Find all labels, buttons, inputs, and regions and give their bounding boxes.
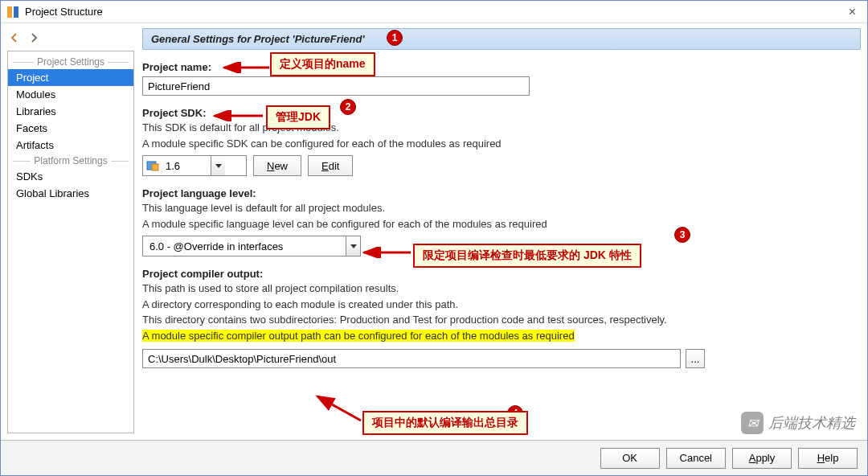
lang-level-value: 6.0 - @Override in interfaces [146, 240, 346, 252]
section-compiler-output: Project compiler output: This path is us… [142, 268, 861, 368]
sidebar-item-libraries[interactable]: Libraries [8, 103, 133, 120]
svg-rect-1 [14, 6, 18, 18]
out-desc1: This path is used to store all project c… [142, 281, 861, 296]
sidebar-item-sdks[interactable]: SDKs [8, 168, 133, 185]
sdk-desc1: This SDK is default for all project modu… [142, 121, 861, 135]
titlebar: Project Structure × [1, 1, 867, 23]
svg-rect-0 [7, 6, 12, 18]
sidebar-item-global-libraries[interactable]: Global Libraries [8, 185, 133, 202]
app-icon [6, 5, 20, 19]
apply-button[interactable]: Apply [732, 448, 792, 469]
window-title: Project Structure [25, 6, 842, 18]
panel-header: General Settings for Project 'PictureFri… [142, 28, 861, 50]
annotation-3: 限定项目编译检查时最低要求的 JDK 特性 [413, 244, 641, 268]
sidebar-item-project[interactable]: Project [8, 69, 133, 86]
lang-desc2: A module specific language level can be … [142, 217, 861, 232]
sdk-combo[interactable]: 1.6 [142, 155, 247, 176]
sidebar: Project Settings Project Modules Librari… [7, 51, 134, 433]
lang-desc1: This language level is default for all p… [142, 201, 861, 215]
dialog-window: Project Structure × Project Settings Pro… [0, 0, 868, 476]
sidebar-item-facets[interactable]: Facets [8, 120, 133, 137]
annotation-badge-2: 2 [340, 99, 356, 115]
svg-rect-3 [152, 164, 158, 170]
project-name-input[interactable] [142, 76, 530, 96]
section-project-name: Project name: [142, 61, 861, 96]
svg-line-7 [317, 396, 361, 421]
group-project-settings: Project Settings [8, 55, 133, 69]
new-sdk-button[interactable]: New [253, 155, 301, 176]
dialog-footer: OK Cancel Apply Help [1, 440, 867, 475]
annotation-badge-1: 1 [387, 30, 403, 46]
annotation-4: 项目中的默认编译输出总目录 [362, 411, 528, 435]
watermark: ✉ 后端技术精选 [741, 412, 855, 434]
cancel-button[interactable]: Cancel [666, 448, 726, 469]
sdk-desc2: A module specific SDK can be configured … [142, 137, 861, 151]
sdk-combo-value: 1.6 [162, 160, 211, 172]
out-desc2: A directory corresponding to each module… [142, 298, 861, 312]
ok-button[interactable]: OK [600, 448, 660, 469]
sidebar-item-artifacts[interactable]: Artifacts [8, 137, 133, 154]
annotation-1: 定义项目的name [270, 52, 375, 76]
annotation-badge-3: 3 [674, 227, 690, 243]
lang-level-combo[interactable]: 6.0 - @Override in interfaces [142, 236, 361, 256]
project-name-label: Project name: [142, 61, 211, 73]
chevron-down-icon[interactable] [211, 156, 225, 175]
close-icon[interactable]: × [842, 5, 862, 19]
lang-level-label: Project language level: [142, 187, 256, 199]
out-desc4: A module specific compiler output path c… [142, 329, 861, 343]
sidebar-item-modules[interactable]: Modules [8, 86, 133, 103]
sidebar-toolbar [7, 30, 134, 46]
browse-button[interactable]: ... [686, 349, 705, 368]
compiler-output-input[interactable] [142, 349, 681, 368]
left-panel: Project Settings Project Modules Librari… [1, 23, 137, 440]
content-area: Project Settings Project Modules Librari… [1, 23, 867, 440]
sdk-icon [146, 159, 159, 172]
edit-sdk-button[interactable]: Edit [308, 155, 353, 176]
annotation-2: 管理JDK [266, 105, 330, 129]
help-button[interactable]: Help [798, 448, 858, 469]
watermark-text: 后端技术精选 [768, 413, 855, 433]
main-panel: General Settings for Project 'PictureFri… [137, 23, 867, 440]
back-icon[interactable] [7, 30, 23, 46]
section-project-sdk: Project SDK: This SDK is default for all… [142, 107, 861, 176]
out-desc3: This directory contains two subdirectori… [142, 313, 861, 327]
project-sdk-label: Project SDK: [142, 107, 206, 119]
compiler-output-label: Project compiler output: [142, 268, 263, 280]
forward-icon[interactable] [27, 30, 43, 46]
group-platform-settings: Platform Settings [8, 154, 133, 168]
chevron-down-icon[interactable] [346, 236, 360, 256]
wechat-icon: ✉ [741, 412, 764, 434]
